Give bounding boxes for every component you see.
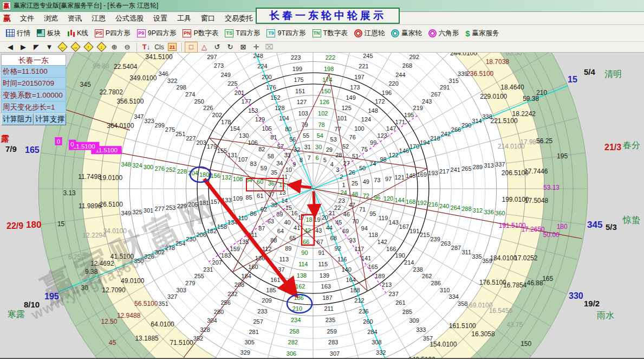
wheel-number: 7 bbox=[307, 155, 310, 161]
wheel-number: 223 bbox=[291, 54, 301, 61]
pan-up-icon[interactable]: ↑ bbox=[82, 42, 94, 52]
band-value: 165 bbox=[542, 275, 553, 283]
toolbar-button-P数字表[interactable]: PNP数字表 bbox=[180, 27, 222, 40]
toolbar-button-K线[interactable]: K线 bbox=[64, 27, 92, 40]
menu-item-工具[interactable]: 工具 bbox=[172, 12, 196, 24]
wheel-number: 74 bbox=[369, 161, 376, 167]
wheel-number: 99 bbox=[370, 139, 376, 146]
toolbar-button-P四方形[interactable]: PSP四方形 bbox=[92, 27, 134, 40]
cls-button[interactable]: Cls bbox=[153, 42, 165, 52]
toolbar-button-T四方形[interactable]: TST四方形 bbox=[222, 27, 264, 40]
wheel-number: 81 bbox=[270, 134, 277, 140]
menu-logo-icon: 赢 bbox=[3, 14, 11, 23]
menu-item-设置[interactable]: 设置 bbox=[148, 12, 172, 24]
t-down-icon[interactable]: T↓ bbox=[140, 42, 152, 52]
wheel-number: 62 bbox=[261, 206, 267, 213]
nav-fwd-icon[interactable]: ▶ bbox=[17, 42, 29, 52]
wheel-number: 92 bbox=[335, 245, 341, 252]
band-value: 161.5100 bbox=[449, 322, 476, 330]
wheel-number: 239 bbox=[430, 236, 440, 242]
zoom-out-icon[interactable]: ⊖ bbox=[121, 42, 133, 52]
toolbar-button-赢家轮[interactable]: 赢家轮 bbox=[388, 27, 426, 40]
gann-wheel-svg[interactable]: 1234567891011121314151617181920212223242… bbox=[0, 53, 644, 359]
drawing-toolbar: ◀▶◤▼←→↑↓⊕⊖T↓Cls21□△↺↻⊠✛⌧ bbox=[0, 42, 644, 53]
outer-label-22/9: 22/9 bbox=[6, 221, 23, 231]
wheel-number: 16 bbox=[291, 210, 297, 216]
wheel-number: 122 bbox=[389, 152, 399, 158]
pan-left-icon[interactable]: ← bbox=[56, 42, 68, 52]
gann-wheel-canvas[interactable]: 1234567891011121314151617181920212223242… bbox=[0, 53, 644, 359]
wheel-number: 121 bbox=[394, 174, 404, 181]
wheel-number: 26 bbox=[349, 169, 355, 176]
band-value: 45 bbox=[109, 339, 116, 347]
clear-draw-icon[interactable]: ⌧ bbox=[263, 42, 275, 52]
toolbar-button-T数字表[interactable]: TNT数字表 bbox=[310, 27, 352, 40]
wheel-number: 189 bbox=[375, 273, 385, 279]
menu-item-交易委托[interactable]: 交易委托 bbox=[220, 12, 258, 24]
band-value: 341.5100 bbox=[146, 53, 173, 61]
pan-down-icon[interactable]: ↓ bbox=[95, 42, 107, 52]
draw-triangle-icon[interactable]: △ bbox=[198, 42, 210, 52]
nav-back-icon[interactable]: ◀ bbox=[4, 42, 16, 52]
calc-resistance-button[interactable]: 计算阻力 bbox=[1, 113, 34, 125]
calendar-icon[interactable]: 21 bbox=[166, 42, 178, 52]
wheel-number: 35 bbox=[271, 169, 277, 176]
draw-square-icon[interactable]: □ bbox=[185, 42, 197, 52]
wheel-number: 98 bbox=[380, 156, 386, 163]
band-value: 71.5100 bbox=[170, 339, 193, 347]
wheel-number: 193 bbox=[428, 170, 438, 176]
menu-item-窗口[interactable]: 窗口 bbox=[196, 12, 220, 24]
rotate-cw-icon[interactable]: ↻ bbox=[224, 42, 236, 52]
band-value: 12.7090 bbox=[102, 286, 126, 294]
wheel-number: 322 bbox=[167, 78, 177, 84]
wheel-number: 116 bbox=[337, 256, 347, 262]
wheel-number: 66 bbox=[303, 239, 309, 245]
box-x-icon[interactable]: ⊠ bbox=[237, 42, 249, 52]
wheel-number: 307 bbox=[330, 350, 340, 357]
nav-first-icon[interactable]: ◤ bbox=[30, 42, 42, 52]
toolbar-button-赢家服务[interactable]: $赢家服务 bbox=[463, 27, 503, 40]
menu-item-文件[interactable]: 文件 bbox=[15, 12, 39, 24]
wheel-number: 108 bbox=[233, 176, 243, 182]
menu-item-资讯[interactable]: 资讯 bbox=[63, 12, 87, 24]
toolbar-button-9P四方形[interactable]: P99P四方形 bbox=[134, 27, 180, 40]
band-value: 345 bbox=[80, 81, 91, 88]
wheel-number: 53 bbox=[330, 136, 337, 143]
menu-item-浏览[interactable]: 浏览 bbox=[39, 12, 63, 24]
band-value: 244.0100 bbox=[450, 53, 477, 57]
wheel-number: 259 bbox=[327, 328, 336, 335]
wheel-number: 258 bbox=[289, 328, 299, 335]
wheel-number: 114 bbox=[298, 261, 308, 267]
toolbar-button-行情[interactable]: 行情 bbox=[3, 27, 34, 40]
wheel-number: 268 bbox=[402, 62, 412, 69]
menu-item-江恩[interactable]: 江恩 bbox=[87, 12, 110, 24]
pan-right-icon[interactable]: → bbox=[69, 42, 81, 52]
wheel-number: 91 bbox=[318, 249, 324, 256]
rotate-ccw-icon[interactable]: ↺ bbox=[211, 42, 223, 52]
nav-last-icon[interactable]: ▼ bbox=[43, 42, 55, 52]
wheel-number: 109 bbox=[233, 195, 243, 202]
wheel-number: 255 bbox=[194, 273, 204, 279]
wheel-number: 226 bbox=[203, 105, 213, 111]
toolbar-button-9T四方形[interactable]: T99T四方形 bbox=[264, 27, 309, 40]
wheel-number: 276 bbox=[154, 165, 164, 172]
wheel-number: 277 bbox=[154, 206, 164, 212]
wheel-number: 23 bbox=[339, 197, 345, 204]
zoom-in-icon[interactable]: ⊕ bbox=[108, 42, 120, 52]
toolbar-button-板块[interactable]: 板块 bbox=[34, 27, 64, 40]
calc-support-button[interactable]: 计算支撑 bbox=[34, 113, 66, 125]
wheel-number: 183 bbox=[221, 252, 231, 259]
toolbar-button-江恩轮[interactable]: 江恩轮 bbox=[352, 27, 389, 40]
wheel-number: 77 bbox=[335, 126, 341, 132]
wheel-number: 54 bbox=[317, 132, 323, 139]
toolbar-button-六角形[interactable]: 六角形 bbox=[426, 27, 463, 40]
wheel-number: 289 bbox=[473, 164, 483, 170]
menu-item-公式选股[interactable]: 公式选股 bbox=[110, 12, 148, 24]
wheel-number: 117 bbox=[355, 246, 365, 252]
fit-center-icon[interactable]: ✛ bbox=[250, 42, 262, 52]
wheel-number: 87 bbox=[258, 225, 265, 232]
band-value: 17.0252 bbox=[514, 254, 538, 262]
wheel-number: 229 bbox=[177, 203, 187, 209]
band-value: 34.0100 bbox=[103, 227, 127, 235]
wheel-number: 27 bbox=[343, 160, 350, 166]
